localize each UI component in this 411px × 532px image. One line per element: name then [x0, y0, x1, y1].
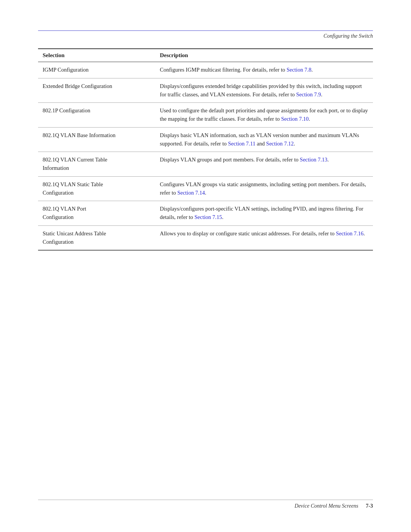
footer-page: 7-3: [366, 503, 373, 509]
table-cell-selection: 802.1Q VLAN Static TableConfiguration: [38, 176, 155, 201]
footer-right: Device Control Menu Screens 7-3: [295, 503, 373, 509]
table-cell-description: Configures VLAN groups via static assign…: [155, 176, 373, 201]
table-cell-selection: Extended Bridge Configuration: [38, 78, 155, 103]
table-cell-description: Displays/configures port-specific VLAN s…: [155, 201, 373, 226]
page-header-title: Configuring the Switch: [323, 33, 373, 39]
section-link[interactable]: Section 7.15: [194, 214, 222, 220]
footer-area: Device Control Menu Screens 7-3: [0, 500, 411, 509]
table-cell-description: Displays/configures extended bridge capa…: [155, 78, 373, 103]
table-cell-selection: 802.1Q VLAN PortConfiguration: [38, 201, 155, 226]
table-cell-selection: 802.1Q VLAN Current TableInformation: [38, 152, 155, 177]
section-link[interactable]: Section 7.8: [287, 67, 311, 73]
main-table: Selection Description IGMP Configuration…: [38, 48, 373, 251]
section-link[interactable]: Section 7.9: [296, 91, 321, 97]
table-cell-description: Displays basic VLAN information, such as…: [155, 127, 373, 152]
table-row: Static Unicast Address TableConfiguratio…: [38, 225, 373, 250]
table-header-row: Selection Description: [38, 49, 373, 62]
table-cell-selection: 802.1P Configuration: [38, 103, 155, 128]
table-row: 802.1Q VLAN PortConfigurationDisplays/co…: [38, 201, 373, 226]
table-cell-description: Configures IGMP multicast filtering. For…: [155, 62, 373, 78]
table-row: 802.1Q VLAN Static TableConfigurationCon…: [38, 176, 373, 201]
table-cell-selection: Static Unicast Address TableConfiguratio…: [38, 225, 155, 250]
footer-text: Device Control Menu Screens: [295, 503, 358, 509]
table-cell-selection: 802.1Q VLAN Base Information: [38, 127, 155, 152]
table-cell-description: Displays VLAN groups and port members. F…: [155, 152, 373, 177]
table-row: IGMP ConfigurationConfigures IGMP multic…: [38, 62, 373, 78]
col-selection-header: Selection: [38, 49, 155, 62]
header-line: Configuring the Switch: [38, 33, 373, 39]
header-rule: [38, 30, 373, 31]
footer-rule: [38, 500, 373, 500]
section-link[interactable]: Section 7.11: [228, 141, 255, 147]
table-row: 802.1P ConfigurationUsed to configure th…: [38, 103, 373, 128]
section-link[interactable]: Section 7.10: [281, 116, 309, 122]
col-description-header: Description: [155, 49, 373, 62]
table-cell-selection: IGMP Configuration: [38, 62, 155, 78]
table-cell-description: Used to configure the default port prior…: [155, 103, 373, 128]
section-link[interactable]: Section 7.13: [300, 157, 328, 163]
page-container: Configuring the Switch Selection Descrip…: [0, 0, 411, 532]
section-link[interactable]: Section 7.14: [177, 190, 205, 196]
section-link[interactable]: Section 7.12: [266, 141, 294, 147]
table-row: 802.1Q VLAN Base InformationDisplays bas…: [38, 127, 373, 152]
section-link[interactable]: Section 7.16: [336, 230, 364, 236]
table-row: Extended Bridge ConfigurationDisplays/co…: [38, 78, 373, 103]
table-row: 802.1Q VLAN Current TableInformationDisp…: [38, 152, 373, 177]
table-cell-description: Allows you to display or configure stati…: [155, 225, 373, 250]
footer-content: Device Control Menu Screens 7-3: [38, 503, 373, 509]
